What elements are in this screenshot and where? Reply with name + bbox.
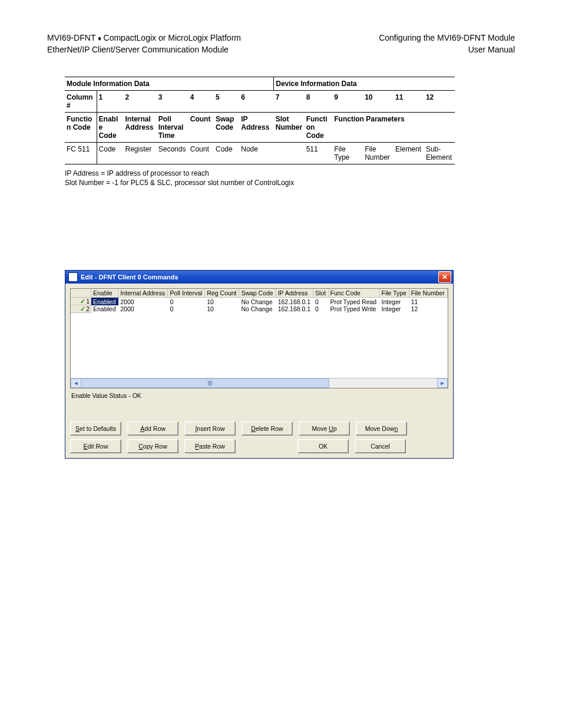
insert-row-button[interactable]: Insert Row: [184, 421, 236, 436]
column-num-label: Column #: [65, 91, 97, 113]
set-defaults-button[interactable]: Set to Defaults: [70, 421, 121, 436]
note-ip: IP Address = IP address of processor to …: [65, 169, 515, 179]
scroll-left-icon[interactable]: ◄: [71, 378, 81, 388]
edit-row-button[interactable]: Edit Row: [70, 439, 121, 453]
scroll-right-icon[interactable]: ►: [437, 378, 448, 388]
close-icon[interactable]: ✕: [438, 271, 451, 283]
commands-grid[interactable]: Enable Internal Address Poll Interval Re…: [70, 288, 448, 388]
header-left-platform: CompactLogix or MicroLogix Platform: [104, 33, 241, 42]
titlebar[interactable]: Edit - DFNT Client 0 Commands ✕: [65, 271, 453, 284]
grid-empty-area[interactable]: [71, 313, 448, 378]
header-left-line2: EtherNet/IP Client/Server Communication …: [47, 44, 241, 56]
notes: IP Address = IP address of processor to …: [65, 169, 515, 187]
dialog-title: Edit - DFNT Client 0 Commands: [81, 274, 438, 281]
copy-row-button[interactable]: Copy Row: [127, 439, 178, 453]
diamond-icon: ♦: [98, 34, 103, 42]
note-slot: Slot Number = -1 for PLC5 & SLC, process…: [65, 179, 515, 188]
section-module-info: Module Information Data: [65, 77, 274, 91]
move-up-button[interactable]: Move Up: [299, 421, 350, 436]
scroll-thumb[interactable]: [81, 378, 329, 388]
check-icon: ✓: [80, 298, 85, 305]
grid-row[interactable]: ✓1 Enabled 2000 0 10 No Change 162.168.0…: [71, 298, 448, 305]
ok-button[interactable]: OK: [297, 439, 349, 453]
header-left-product: MVI69-DFNT: [47, 33, 95, 42]
page-header: MVI69-DFNT ♦ CompactLogix or MicroLogix …: [47, 32, 515, 55]
paste-row-button[interactable]: Paste Row: [184, 439, 236, 453]
add-row-button[interactable]: Add Row: [127, 421, 178, 436]
header-right-line2: User Manual: [379, 44, 515, 56]
grid-header-row: Enable Internal Address Poll Interval Re…: [71, 289, 448, 298]
section-device-info: Device Information Data: [274, 77, 455, 91]
move-down-button[interactable]: Move Down: [356, 421, 407, 436]
cancel-button[interactable]: Cancel: [355, 439, 406, 453]
grid-row[interactable]: ✓2 Enabled 2000 0 10 No Change 162.168.0…: [71, 305, 448, 313]
edit-dialog: Edit - DFNT Client 0 Commands ✕ Enable I…: [65, 270, 454, 459]
fc511-label: FC 511: [65, 143, 97, 164]
check-icon: ✓: [80, 305, 85, 312]
function-code-label: Function Code: [65, 113, 97, 143]
info-table: Module Information Data Device Informati…: [65, 77, 455, 164]
delete-row-button[interactable]: Delete Row: [242, 421, 293, 436]
app-icon: [68, 272, 78, 282]
header-right-line1: Configuring the MVI69-DFNT Module: [379, 32, 515, 44]
horizontal-scrollbar[interactable]: ◄ ►: [71, 378, 448, 388]
status-text: Enable Value Status - OK: [70, 388, 448, 421]
